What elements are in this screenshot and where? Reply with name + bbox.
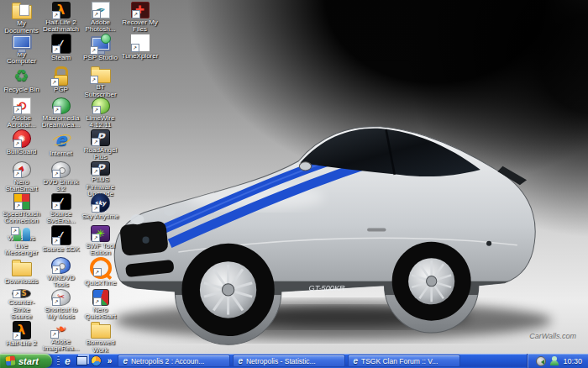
downloads-icon [11, 257, 33, 277]
desktop-icon-bullguard[interactable]: ✺↗BullGuard [2, 129, 41, 161]
icon-label: Nero StartSmart [3, 179, 41, 193]
tunexplorer-icon: ↗ [130, 34, 150, 52]
internet-explorer-icon: e [123, 356, 128, 365]
desktop-icon-shortcut-to-my-mods[interactable]: ✂↗Shortcut to My Mods [41, 289, 81, 321]
show-desktop-quicklaunch[interactable] [76, 355, 87, 366]
desktop-icon-my-documents[interactable]: My Documents [2, 2, 41, 34]
shortcut-arrow-icon: ↗ [13, 139, 22, 148]
taskbar-window-button-1[interactable]: eNetropolis - Statistic... [233, 355, 345, 367]
desktop-icon-sky-anytime[interactable]: sky↗Sky Anytime [81, 193, 120, 225]
icon-label: Windows Live Messenger [3, 235, 41, 257]
shortcut-arrow-icon: ↗ [50, 330, 59, 339]
desktop-icon-macromedia-dreamweaver[interactable]: ↗Macromedia Dreamwea... [41, 97, 81, 129]
desktop-icon-source-svcena[interactable]: ✓↗Source SvcEna... [41, 193, 81, 225]
icon-label: Counter-Strike Source [3, 299, 41, 321]
desktop-icon-bt-subscriber[interactable]: ↗BT Subscriber [81, 66, 120, 97]
desktop-icon-recover-my-files[interactable]: ✚↗Recover My Files [120, 2, 160, 34]
desktop-icon-windows-live-messenger[interactable]: ↗Windows Live Messenger [2, 225, 41, 257]
internet-explorer-quicklaunch[interactable]: e [62, 355, 73, 366]
desktop-icon-source-sdk[interactable]: ✓↗Source SDK [41, 225, 81, 257]
shortcut-arrow-icon: ↗ [52, 45, 60, 54]
desktop-icon-internet[interactable]: eInternet [41, 129, 81, 161]
half-life-2-deathmatch-icon: λ↗ [52, 2, 71, 18]
desktop-icon-psp-studio[interactable]: ↗PSP Studio [81, 34, 120, 66]
my-documents-icon [11, 2, 33, 19]
start-button[interactable]: start [0, 354, 52, 368]
recover-my-files-icon: ✚↗ [131, 2, 150, 18]
icon-label: My Computer [3, 51, 41, 66]
icon-label: Steam [51, 55, 71, 62]
desktop-icon-dvd-shrink[interactable]: ↗DVD Shrink 3.2 [41, 161, 81, 193]
desktop-icon-swf-tool-edition[interactable]: ✳↗SWF Tool Edition [81, 225, 120, 257]
icon-label: Source SDK [42, 246, 79, 254]
icon-label: Adobe Photosh... [81, 19, 120, 34]
media-player-quicklaunch[interactable] [91, 355, 102, 366]
internet-explorer-icon: e [238, 356, 243, 365]
icon-label: Downloads [5, 278, 39, 286]
quick-launch-overflow-chevron[interactable]: » [106, 354, 116, 368]
shortcut-arrow-icon: ↗ [13, 170, 22, 178]
bt-subscriber-icon: ↗ [90, 66, 112, 83]
desktop-icon-roadangel-plus[interactable]: P↗RoadAngel Plus [81, 129, 120, 161]
taskbar-window-button-2[interactable]: eTSGK Clan Forum :: V... [348, 355, 460, 367]
icon-label: Borrowed Work [81, 339, 120, 354]
my-computer-icon [11, 34, 33, 50]
desktop-icon-borrowed-work[interactable]: Borrowed Work [81, 321, 120, 353]
shortcut-arrow-icon: ↗ [132, 10, 140, 18]
desktop-icon-speedtouch-connection[interactable]: ↗SpeedTouch Connection [2, 193, 41, 225]
taskbar-clock[interactable]: 10:30 [563, 357, 582, 365]
steam-icon: ✓↗ [51, 34, 71, 54]
source-sdk-icon: ✓↗ [51, 225, 71, 245]
icon-label: LimeWire 4.12.11 [81, 115, 120, 129]
start-label: start [18, 356, 39, 366]
rocker-stripe-text: GT-500KR [309, 284, 345, 292]
icon-label: Nero QuickStart [81, 307, 120, 321]
desktop-icon-adobe-photoshop[interactable]: ✒↗Adobe Photosh... [81, 2, 120, 34]
shortcut-arrow-icon: ↗ [92, 234, 100, 242]
icon-label: BullGuard [7, 149, 37, 156]
icon-label: RoadAngel Plus [81, 147, 120, 161]
desktop-icon-recycle-bin[interactable]: ♻Recycle Bin [2, 66, 41, 97]
desktop-icon-my-computer[interactable]: My Computer [2, 34, 41, 66]
internet-icon: e [50, 129, 72, 150]
desktop-icon-downloads[interactable]: Downloads [2, 257, 41, 289]
taskbar-window-button-0[interactable]: eNetropolis 2 : Accoun... [118, 355, 230, 367]
desktop-icon-half-life-2[interactable]: λ↗Half-Life 2 [2, 321, 41, 353]
desktop-icon-half-life-2-deathmatch[interactable]: λ↗Half-Life 2 Deathmatch [41, 2, 81, 34]
desktop-icon-pgp[interactable]: ↗PGP [41, 66, 81, 97]
desktop-icon-quicktime[interactable]: ↗QuickTime [81, 257, 120, 289]
roadangel-plus-icon: P↗ [91, 129, 110, 146]
icon-label: Half-Life 2 Deathmatch [42, 19, 81, 34]
quicktime-icon: ↗ [90, 257, 112, 279]
windows-logo-icon [5, 355, 15, 365]
desktop-icon-plus-firmware-upgrade[interactable]: P↗PLUS Firmware Upgrade [81, 161, 120, 193]
shortcut-arrow-icon: ↗ [93, 268, 102, 276]
system-tray: 10:30 [527, 354, 588, 368]
shortcut-arrow-icon: ↗ [50, 78, 59, 87]
desktop-icon-nero-startsmart[interactable]: ♦↗Nero StartSmart [2, 161, 41, 193]
safely-remove-hardware-icon[interactable] [536, 356, 546, 366]
quick-launch-bar: e [55, 354, 106, 368]
taskbar: start e » eNetropolis 2 : Accoun...eNetr… [0, 354, 588, 368]
icon-label: Macromedia Dreamwea... [42, 115, 81, 129]
desktop-icon-counter-strike-source[interactable]: CS↗Counter-Strike Source [2, 289, 41, 321]
desktop-icon-windvd-tools[interactable]: ↗WINDVD Tools [41, 257, 81, 289]
icon-label: TuneXplorer [122, 53, 159, 60]
desktop-icon-steam[interactable]: ✓↗Steam [41, 34, 81, 66]
media-player-quicklaunch-icon [91, 355, 102, 366]
desktop-icon-adobe-acrobat[interactable]: ⟲↗Adobe Acrobat... [2, 97, 41, 129]
desktop-icon-adobe-imageready[interactable]: ❧↗Adobe ImageRea... [41, 321, 81, 353]
adobe-imageready-icon: ❧↗ [50, 321, 72, 338]
icon-label: Source SvcEna... [42, 211, 81, 225]
shortcut-arrow-icon: ↗ [52, 202, 60, 210]
desktop-icon-nero-quickstart[interactable]: ↗Nero QuickStart [81, 289, 120, 321]
messenger-tray-icon[interactable] [550, 356, 559, 365]
internet-explorer-icon: e [353, 356, 358, 365]
shortcut-arrow-icon: ↗ [92, 167, 100, 176]
desktop-icon-limewire[interactable]: ↗LimeWire 4.12.11 [81, 97, 120, 129]
internet-explorer-quicklaunch-icon: e [65, 355, 71, 367]
desktop-icon-tunexplorer[interactable]: ↗TuneXplorer [120, 34, 160, 66]
shortcut-arrow-icon: ↗ [52, 265, 60, 274]
psp-studio-icon: ↗ [90, 34, 112, 54]
desktop: GT-500KR CarWalls.com My Documentsλ↗Half… [0, 0, 588, 354]
